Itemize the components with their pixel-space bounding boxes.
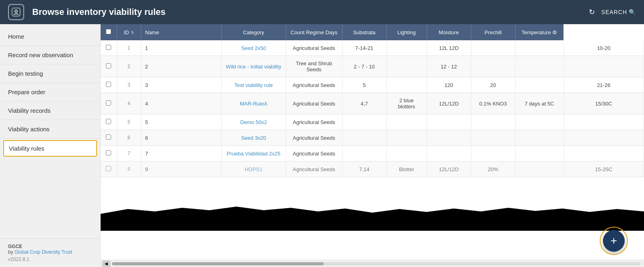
checkbox-cell	[101, 146, 117, 161]
id-cell: 9	[141, 161, 221, 177]
category-cell: Agricultural Seeds	[286, 114, 342, 130]
viability-rule-link[interactable]: Demo 50x2	[240, 119, 267, 125]
moisture-cell	[471, 130, 515, 146]
row-num-cell: 7	[117, 146, 141, 161]
scrollbar-track[interactable]	[112, 262, 641, 265]
sidebar-nav: HomeRecord new observationBegin testingP…	[0, 24, 100, 238]
table-row: 55Demo 50x2Agricultural Seeds	[101, 114, 644, 130]
viability-rule-link[interactable]: Seed 3x20	[241, 135, 266, 141]
row-checkbox[interactable]	[106, 63, 111, 68]
temperature-cell	[564, 56, 644, 77]
count-regime-days-cell: 2 - 7 - 10	[342, 56, 386, 77]
sidebar-footer: GGCE by Global Crop Diversity Trust v202…	[0, 238, 100, 267]
sort-icon[interactable]: ⇅	[131, 30, 134, 35]
trust-name: Global Crop Diversity Trust	[14, 249, 72, 255]
viability-rule-link[interactable]: MAR-RuleA	[240, 101, 268, 107]
prechill-cell	[515, 77, 564, 93]
add-viability-rule-button[interactable]: +	[603, 230, 625, 252]
substrata-cell	[386, 77, 427, 93]
col-substrata: Substrata	[342, 24, 386, 40]
name-cell[interactable]: Demo 50x2	[221, 114, 286, 130]
row-checkbox[interactable]	[106, 82, 111, 87]
sidebar-item-viability-rules[interactable]: Viability rules	[3, 140, 97, 157]
lighting-cell: 12L/12D	[427, 93, 471, 114]
col-temperature: Temperature ⚙	[515, 24, 564, 40]
table-row: 99HOPS1Agricultural Seeds7,14Blotter12L/…	[101, 161, 644, 177]
category-cell: Agricultural Seeds	[286, 130, 342, 146]
sidebar-item-begin-testing[interactable]: Begin testing	[0, 64, 100, 83]
category-cell: Agricultural Seeds	[286, 40, 342, 56]
name-cell[interactable]: Wild rice - Initial viability	[221, 56, 286, 77]
scrollbar-thumb	[112, 262, 324, 265]
moisture-cell	[471, 114, 515, 130]
prechill-cell	[515, 114, 564, 130]
category-cell: Agricultural Seeds	[286, 93, 342, 114]
body-layout: HomeRecord new observationBegin testingP…	[0, 24, 644, 267]
horizontal-scrollbar[interactable]: ◀	[101, 260, 644, 267]
col-lighting: Lighting	[386, 24, 427, 40]
checkbox-cell	[101, 77, 117, 93]
prechill-cell	[515, 130, 564, 146]
sidebar-item-record-new-observation[interactable]: Record new observation	[0, 46, 100, 64]
name-cell[interactable]: MAR-RuleA	[221, 93, 286, 114]
name-cell[interactable]: Test viability rule	[221, 77, 286, 93]
moisture-cell: 20%	[471, 161, 515, 177]
substrata-cell	[386, 114, 427, 130]
select-all-checkbox[interactable]	[106, 29, 111, 34]
id-cell: 1	[141, 40, 221, 56]
name-cell[interactable]: HOPS1	[221, 161, 286, 177]
scroll-left-button[interactable]: ◀	[102, 261, 110, 267]
category-cell: Tree and Shrub Seeds	[286, 56, 342, 77]
row-checkbox[interactable]	[106, 45, 111, 50]
sidebar-item-viability-records[interactable]: Viability records	[0, 101, 100, 120]
substrata-cell	[386, 40, 427, 56]
temperature-cell: 15-25C	[564, 161, 644, 177]
viability-rule-link[interactable]: HOPS1	[245, 166, 262, 172]
moisture-cell: 0.1% KNO3	[471, 93, 515, 114]
viability-rule-link[interactable]: Wild rice - Initial viability	[226, 64, 281, 70]
count-regime-days-cell: 4,7	[342, 93, 386, 114]
id-cell: 4	[141, 93, 221, 114]
count-regime-days-cell: 7,14	[342, 161, 386, 177]
name-cell[interactable]: Seed 3x20	[221, 130, 286, 146]
app-header: Browse inventory viability rules ↻ SEARC…	[0, 0, 644, 24]
name-cell[interactable]: Prueba Viabilidad 2x25	[221, 146, 286, 161]
row-checkbox[interactable]	[106, 100, 111, 106]
col-id-label: ID	[124, 29, 129, 35]
moisture-cell	[471, 146, 515, 161]
table-row: 22Wild rice - Initial viabilityTree and …	[101, 56, 644, 77]
count-regime-days-cell	[342, 130, 386, 146]
sidebar-item-viability-actions[interactable]: Viability actions	[0, 120, 100, 139]
name-cell[interactable]: Seed 2x50	[221, 40, 286, 56]
viability-rule-link[interactable]: Seed 2x50	[241, 45, 266, 51]
checkbox-cell	[101, 130, 117, 146]
count-regime-days-cell: 5	[342, 77, 386, 93]
by-label: by	[8, 249, 13, 255]
row-checkbox[interactable]	[106, 150, 111, 155]
sidebar: HomeRecord new observationBegin testingP…	[0, 24, 101, 267]
row-checkbox[interactable]	[106, 135, 111, 140]
sidebar-item-home[interactable]: Home	[0, 27, 100, 46]
checkbox-cell	[101, 56, 117, 77]
substrata-cell	[386, 146, 427, 161]
temperature-settings-icon[interactable]: ⚙	[552, 29, 557, 35]
lighting-cell	[427, 114, 471, 130]
temperature-cell	[564, 130, 644, 146]
refresh-button[interactable]: ↻	[589, 8, 595, 17]
svg-point-1	[15, 10, 17, 12]
prechill-cell	[515, 40, 564, 56]
sidebar-item-prepare-order[interactable]: Prepare order	[0, 83, 100, 101]
viability-rule-link[interactable]: Test viability rule	[234, 82, 272, 88]
checkbox-cell	[101, 114, 117, 130]
row-checkbox[interactable]	[106, 166, 111, 171]
table-body: 11Seed 2x50Agricultural Seeds7-14-2112L …	[101, 40, 644, 177]
search-button[interactable]: SEARCH 🔍	[601, 9, 636, 15]
checkbox-cell	[101, 161, 117, 177]
row-num-cell: 2	[117, 56, 141, 77]
category-cell: Agricultural Seeds	[286, 77, 342, 93]
fab-container: +	[600, 227, 628, 255]
temperature-cell	[564, 146, 644, 161]
fab-ring: +	[600, 227, 628, 255]
viability-rule-link[interactable]: Prueba Viabilidad 2x25	[227, 151, 280, 157]
row-checkbox[interactable]	[106, 119, 111, 124]
